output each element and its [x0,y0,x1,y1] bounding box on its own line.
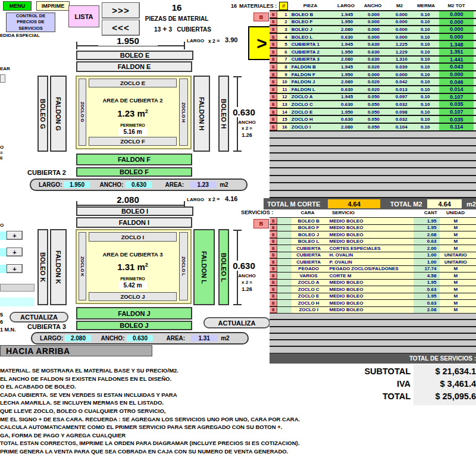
row-b-button[interactable]: B [270,266,277,273]
largo-field-value[interactable]: 1.950 [64,181,90,188]
prev-button[interactable]: <<< [102,20,140,36]
row-b-button[interactable]: B [270,259,277,265]
empty-row [270,334,476,340]
bar-boleo-e[interactable]: BOLEO E [76,51,193,60]
hacia-arriba-button[interactable]: HACIA ARRIBA [0,345,152,356]
row-b-button[interactable]: B [270,286,277,293]
row-b-button[interactable]: B [270,124,277,130]
row-b-button[interactable]: B [270,19,277,26]
left-field-3[interactable] [0,265,7,273]
dim-ancho-x2-3: x 2 = [234,280,260,285]
bar-zoclo-k[interactable]: ZOCLO K [79,232,86,300]
row-b-button[interactable]: B [270,307,277,314]
row-b-button[interactable]: B [270,64,277,70]
bar-boleo-j[interactable]: BOLEO J [76,321,192,330]
row-b-button[interactable]: B [270,57,277,63]
row-b-button[interactable]: B [270,109,277,115]
row-b-button[interactable]: B [270,94,277,101]
left-field-1[interactable] [0,231,7,240]
row-b-button[interactable]: B [270,79,277,85]
service-unidad: M [440,225,471,231]
bar-boleo-f[interactable]: BOLEO F [76,167,192,177]
service-unidad: M [440,239,471,245]
bar-label: FALDON L [201,251,208,284]
material-largo: 2.080 [333,57,360,63]
add-service-button-1[interactable]: + [7,231,23,240]
area-field-label: AREA: [165,181,184,188]
largo-field-value[interactable]: 2.080 [65,335,91,342]
service-cara: ZOCLO H [292,300,326,306]
row-b-button[interactable]: B [270,252,277,259]
actualiza-button-left[interactable]: ACTUALIZA [10,312,68,322]
bar-faldon-k[interactable]: FALDON K [50,229,67,305]
row-b-button[interactable]: B [270,11,277,18]
ancho-field-value[interactable]: 0.630 [126,181,152,188]
row-b-button[interactable]: B [270,293,277,300]
row-b-button[interactable]: B [270,239,277,245]
cubiertas-n2: 3 [168,26,172,33]
bar-zoclo-f[interactable]: ZOCLO F [89,137,177,146]
bar-boleo-g[interactable]: BOLEO G [37,76,48,152]
bar-faldon-l[interactable]: FALDON L [193,229,215,305]
next-button[interactable]: >>> [102,2,140,18]
material-row-num: 7 [277,57,289,63]
material-row: B5CUBIERTA 11.9450.6301.2250.101.348 [270,41,476,49]
row-b-button[interactable]: B [270,71,277,78]
bar-faldon-f[interactable]: FALDON F [76,154,192,165]
row-b-button[interactable]: B [270,231,277,238]
service-cant: 1.95 [414,293,440,300]
row-b-button[interactable]: B [270,273,277,279]
bar-zoclo-e[interactable]: ZOCLO E [89,79,177,87]
material-pieza: BOLEO L [289,34,334,40]
left-fragment-box [0,74,5,83]
service-unidad: M [440,300,471,306]
add-service-button-2[interactable]: + [7,248,23,256]
services-b-button[interactable]: B [253,219,269,228]
row-b-button[interactable]: B [270,101,277,108]
actualiza-button-right[interactable]: ACTUALIZA [203,317,270,328]
bar-zoclo-i[interactable]: ZOCLO I [89,232,177,242]
materials-b-button[interactable]: B [253,12,269,21]
service-row: BCUBIERTAH. OVALIN1.00UNITARIO [270,252,476,259]
services-column-headers: CARA SERVICIO CANT UNIDAD [270,209,471,217]
row-b-button[interactable]: B [270,26,277,33]
row-b-button[interactable]: B [270,34,277,40]
row-b-button[interactable]: B [270,218,277,224]
bar-faldon-j[interactable]: FALDON J [76,307,192,320]
ancho-field-value[interactable]: 0.630 [127,335,153,342]
lista-button[interactable]: LISTA [68,5,99,27]
row-b-button[interactable]: B [270,86,277,93]
bar-boleo-i[interactable]: BOLEO I [76,206,193,216]
left-field-2[interactable] [0,248,7,256]
materials-column-headers: PIEZA LARGO ANCHO M2 MERMA M2 TOT [270,2,474,10]
bar-faldon-i[interactable]: FALDON I [76,217,192,228]
bar-boleo-l[interactable]: BOLEO L [218,229,229,305]
empty-row [270,314,476,320]
row-b-button[interactable]: B [270,116,277,123]
material-merma: 0.10 [414,64,440,70]
bar-zoclo-g[interactable]: ZOCLO G [79,79,86,146]
bar-faldon-e[interactable]: FALDON E [76,61,192,72]
left-cyan-field[interactable] [0,298,35,306]
instruction-line: LECHA AMARILLA. SE INCLUYEN MERMAS EN EL… [0,399,476,407]
menu-button[interactable]: MENU [3,1,32,11]
row-b-button[interactable]: B [270,225,277,231]
bar-boleo-h[interactable]: BOLEO H [218,76,229,152]
add-service-button-3[interactable]: + [7,264,23,273]
service-row-strip-end [471,239,476,245]
bar-zoclo-h[interactable]: ZOCLO H [179,79,188,146]
material-m2tot: 0.114 [439,124,474,130]
bar-boleo-k[interactable]: BOLEO K [37,229,48,305]
control-precios-button[interactable]: CONTROL DE PRECIOS DE SERVICIOS [6,12,55,32]
imprime-button[interactable]: IMPRIME [36,1,70,11]
bar-faldon-g[interactable]: FALDON G [50,76,67,152]
row-b-button[interactable]: B [270,49,277,55]
row-b-button[interactable]: B [270,300,277,306]
row-b-button[interactable]: B [270,41,277,48]
bar-zoclo-j[interactable]: ZOCLO J [89,292,177,301]
row-b-button[interactable]: B [270,245,277,252]
row-b-button[interactable]: B [270,280,277,286]
bar-zoclo-l[interactable]: ZOCLO L [179,232,188,300]
bar-faldon-h[interactable]: FALDON H [193,76,210,152]
material-m2tot: 0.000 [439,34,474,40]
